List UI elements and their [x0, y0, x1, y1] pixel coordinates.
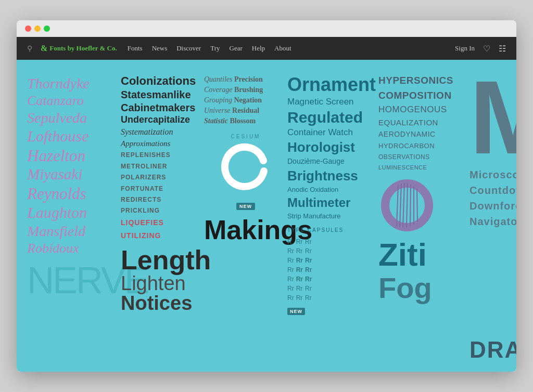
list-item: Coverage — [204, 86, 234, 94]
nav-logo: & Fonts by Hoefler & Co. — [41, 44, 117, 53]
list-item: Countdown — [469, 182, 516, 198]
svg-line-5 — [410, 185, 411, 226]
col3-bottom: Makings — [204, 216, 287, 243]
list-item: Blossom — [230, 117, 256, 125]
col2-words: Colonizations Statesmanlike Cabinetmaker… — [121, 70, 204, 361]
signin-link[interactable]: Sign In — [455, 44, 475, 53]
list-item: Negation — [234, 96, 262, 104]
dot-maximize[interactable] — [44, 25, 50, 32]
nav-link-gear[interactable]: Gear — [230, 44, 243, 53]
list-item: Douzième-Gauge — [287, 156, 378, 167]
dot-close[interactable] — [25, 25, 31, 32]
capsule-item: Rr — [305, 293, 312, 303]
nav-link-try[interactable]: Try — [210, 44, 220, 53]
list-item: Sepulveda — [27, 110, 121, 126]
list-item: Strip Manufacture — [287, 212, 378, 221]
list-item: Approximations — [121, 138, 204, 149]
word-pair: Coverage Brushing — [204, 85, 287, 94]
browser-chrome — [17, 20, 516, 37]
list-item: POLARIZERS — [121, 172, 204, 182]
nerve-word: NERVE — [27, 262, 121, 299]
new-label-bottom: NEW — [287, 308, 305, 315]
nav-link-discover[interactable]: Discover — [176, 44, 201, 53]
list-item: LUMINESCENCE — [378, 163, 469, 173]
list-item: AERODYNAMIC — [378, 129, 469, 140]
list-item: Notices — [121, 293, 204, 313]
capsule-item: Rr — [296, 265, 303, 275]
list-item: Lighten — [121, 273, 204, 293]
list-item: Navigator — [469, 214, 516, 229]
list-item: Systematization — [121, 126, 204, 138]
capsule-item: Rr — [296, 237, 303, 246]
list-item: Thorndyke — [27, 75, 121, 92]
nav-link-fonts[interactable]: Fonts — [128, 44, 143, 53]
o-circle-container — [378, 177, 469, 236]
nav-link-about[interactable]: About — [274, 44, 291, 53]
drain-word: DRAIN — [469, 338, 516, 361]
navbar: ⚲ & Fonts by Hoefler & Co. Fonts News Di… — [17, 37, 516, 60]
list-item: Brushing — [234, 86, 263, 94]
list-item: Multimeter — [287, 195, 378, 211]
new-badge: NEW — [204, 203, 287, 210]
list-item: Miyasaki — [27, 166, 121, 183]
col3-words: Quantiles Precision Coverage Brushing Gr… — [204, 70, 287, 361]
list-item: OBSERVATIONS — [378, 152, 469, 162]
capsule-item: Rr — [296, 256, 303, 265]
list-item: Quantiles — [204, 75, 234, 83]
capsule-item: Rr — [305, 256, 312, 265]
browser-window: ⚲ & Fonts by Hoefler & Co. Fonts News Di… — [17, 20, 516, 372]
cesium-label: CESIUM — [204, 134, 287, 139]
logo-ampersand: & — [41, 44, 47, 53]
dot-minimize[interactable] — [34, 25, 41, 32]
list-item: Microscopic — [469, 167, 516, 182]
type-capsules-label: TYPE CAPSULES — [287, 227, 378, 233]
makings-word: Makings — [204, 216, 287, 243]
new-label: NEW — [236, 203, 255, 210]
capsule-item: Rr — [287, 284, 294, 293]
list-item: Grouping — [204, 96, 234, 104]
nav-right: Sign In ♡ ☷ — [455, 44, 506, 54]
capsule-col: Rr Rr Rr Rr Rr Rr Rr — [296, 237, 303, 303]
list-item: Ornament — [287, 74, 378, 95]
list-item: Precision — [234, 75, 263, 83]
o-circle-svg — [378, 177, 436, 234]
logo-text[interactable]: Fonts by Hoefler & Co. — [49, 44, 117, 53]
word-pair: Universe Residual — [204, 106, 287, 115]
nav-link-news[interactable]: News — [152, 44, 168, 53]
word-pair: Statistic Blossom — [204, 116, 287, 125]
cart-icon[interactable]: ☷ — [499, 44, 506, 54]
heart-icon[interactable]: ♡ — [483, 44, 490, 54]
word-pair: Grouping Negation — [204, 95, 287, 104]
right-word-list: Microscopic Countdown Downforce Navigato… — [469, 167, 516, 229]
search-icon[interactable]: ⚲ — [27, 44, 32, 53]
capsule-item: Rr — [287, 275, 294, 284]
svg-line-4 — [407, 184, 408, 227]
svg-line-2 — [400, 184, 401, 227]
list-item: HOMOGENOUS — [378, 103, 469, 116]
list-item: Length — [121, 246, 204, 273]
col5-words: HYPERSONICS COMPOSITION HOMOGENOUS EQUAL… — [378, 70, 469, 361]
list-item: Anodic Oxidation — [287, 185, 378, 194]
word-pair: Quantiles Precision — [204, 74, 287, 84]
list-item: Laughton — [27, 204, 121, 222]
list-item: Universe — [204, 107, 232, 114]
list-item: UTILIZING — [121, 230, 204, 242]
capsule-item: Rr — [296, 246, 303, 256]
nav-link-help[interactable]: Help — [252, 44, 265, 53]
list-item: Colonizations — [121, 74, 204, 88]
list-item: FORTUNATE — [121, 184, 204, 194]
capsule-item: Rr — [305, 237, 312, 246]
capsule-item: Rr — [305, 246, 312, 256]
capsule-new-badge: NEW — [287, 306, 378, 315]
capsule-item: Rr — [305, 265, 312, 275]
list-item: Undercapitalize — [121, 114, 204, 126]
capsule-item: Rr — [287, 293, 294, 303]
list-item: Magnetic Screen — [287, 96, 378, 108]
list-item: Hazelton — [27, 147, 121, 165]
capsule-item: Rr — [296, 293, 303, 303]
list-item: Container Watch — [287, 127, 378, 138]
list-item: Horologist — [287, 139, 378, 155]
list-item: REDIRECTS — [121, 194, 204, 205]
list-item: Lofthouse — [27, 127, 121, 146]
capsule-item: Rr — [287, 246, 294, 256]
